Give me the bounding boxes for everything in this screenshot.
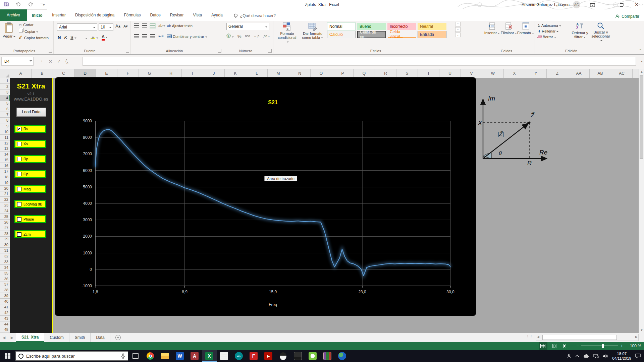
currency-format-icon[interactable]: $ — [226, 34, 234, 39]
format-painter-button[interactable]: Copiar formato — [19, 35, 49, 40]
cell-style-linked[interactable]: Celda vincul... — [387, 31, 416, 38]
row-header-6[interactable]: 6 — [0, 106, 10, 112]
merge-center-button[interactable]: Combinar y centrar — [167, 35, 207, 39]
row-header-1[interactable]: 1 — [0, 78, 10, 84]
select-all-corner[interactable] — [0, 69, 10, 78]
page-layout-view-button[interactable] — [550, 342, 559, 350]
column-header-X[interactable]: X — [504, 69, 525, 78]
ribbon-display-options-icon[interactable] — [585, 0, 600, 9]
row-header-15[interactable]: 15 — [0, 157, 10, 163]
zoom-percentage[interactable]: 100 % — [626, 344, 641, 348]
tab-inicio[interactable]: Inicio — [27, 9, 47, 21]
row-header-24[interactable]: 24 — [0, 208, 10, 214]
column-header-V[interactable]: V — [461, 69, 482, 78]
user-name[interactable]: Arsenio Gutierrez Labayen — [522, 2, 570, 7]
taskbar-icon-chrome[interactable] — [143, 350, 158, 362]
zoom-out-icon[interactable]: − — [576, 343, 579, 349]
font-color-button[interactable]: A — [102, 34, 108, 41]
tab-vista[interactable]: Vista — [189, 9, 207, 21]
row-header-41[interactable]: 41 — [0, 304, 10, 310]
column-header-R[interactable]: R — [375, 69, 396, 78]
column-header-A[interactable]: A — [10, 69, 32, 78]
autosum-button[interactable]: Σ Autosuma — [538, 23, 561, 28]
page-break-view-button[interactable] — [561, 342, 570, 350]
name-box[interactable]: D4 — [1, 57, 34, 66]
row-header-32[interactable]: 32 — [0, 253, 10, 259]
column-header-Q[interactable]: Q — [354, 69, 375, 78]
row-header-8[interactable]: 8 — [0, 118, 10, 123]
sheet-nav-left-arrow[interactable]: ◀ — [0, 333, 8, 342]
row-header-43[interactable]: 43 — [0, 316, 10, 321]
unchecked-box-icon[interactable] — [17, 142, 21, 146]
tab-ayuda[interactable]: Ayuda — [207, 9, 227, 21]
zoom-slider-thumb[interactable] — [602, 344, 604, 348]
checkbox-logmag-db[interactable]: LogMag dB — [14, 200, 46, 208]
column-header-W[interactable]: W — [482, 69, 504, 78]
cell-style-check[interactable]: Celda de co... — [357, 31, 386, 38]
row-header-33[interactable]: 33 — [0, 259, 10, 265]
vertical-scrollbar[interactable]: ▲ ▼ — [639, 69, 644, 333]
align-bottom-icon[interactable] — [150, 23, 155, 28]
row-header-38[interactable]: 38 — [0, 287, 10, 293]
row-header-5[interactable]: 5 — [0, 101, 10, 107]
tab-archivo[interactable]: Archivo — [0, 9, 27, 21]
normal-view-button[interactable] — [539, 342, 547, 350]
row-header-45[interactable]: 45 — [0, 327, 10, 333]
column-header-M[interactable]: M — [268, 69, 289, 78]
row-header-25[interactable]: 25 — [0, 214, 10, 220]
row-header-21[interactable]: 21 — [0, 191, 10, 197]
column-header-F[interactable]: F — [117, 69, 139, 78]
onedrive-cloud-icon[interactable] — [583, 354, 589, 358]
column-header-AA[interactable]: AA — [568, 69, 590, 78]
cell-style-good[interactable]: Bueno — [357, 23, 386, 30]
row-header-9[interactable]: 9 — [0, 123, 10, 129]
checkbox-zcm[interactable]: Zcm — [14, 230, 46, 238]
user-avatar[interactable]: AG — [573, 1, 580, 8]
column-header-AB[interactable]: AB — [590, 69, 611, 78]
row-header-13[interactable]: 13 — [0, 146, 10, 152]
checkbox-xs[interactable]: Xs — [14, 140, 46, 148]
unchecked-box-icon[interactable] — [17, 172, 21, 176]
hscroll-left-arrow[interactable]: ◀ — [537, 335, 539, 339]
row-header-37[interactable]: 37 — [0, 282, 10, 288]
tab-disposici-n-de-p-gina[interactable]: Disposición de página — [70, 9, 119, 21]
microphone-icon[interactable] — [121, 353, 125, 359]
underline-button[interactable]: S — [70, 35, 76, 40]
comma-format-icon[interactable]: 000 — [245, 35, 250, 38]
align-center-icon[interactable] — [142, 34, 147, 39]
taskbar-icon-globe[interactable] — [335, 350, 350, 362]
format-as-table-button[interactable]: Dar formato como tabla — [302, 22, 324, 40]
column-header-K[interactable]: K — [225, 69, 246, 78]
taskbar-icon-word[interactable]: W — [172, 350, 187, 362]
formula-input[interactable] — [83, 57, 636, 66]
sheet-tab-s21_xtra[interactable]: S21_Xtra — [16, 333, 44, 342]
load-data-button[interactable]: Load Data — [16, 108, 46, 117]
unchecked-box-icon[interactable] — [17, 232, 21, 237]
column-header-H[interactable]: H — [160, 69, 182, 78]
increase-decimal-icon[interactable]: ←,0 — [254, 35, 260, 38]
unchecked-box-icon[interactable] — [17, 157, 21, 161]
row-header-20[interactable]: 20 — [0, 186, 10, 191]
new-sheet-button[interactable]: + — [114, 333, 122, 342]
row-header-10[interactable]: 10 — [0, 129, 10, 135]
horizontal-scroll-thumb[interactable] — [542, 335, 617, 340]
taskbar-icon-explorer[interactable] — [158, 350, 172, 362]
grow-font-button[interactable]: A▴ — [115, 23, 120, 28]
fill-color-button[interactable] — [91, 35, 98, 40]
column-header-O[interactable]: O — [311, 69, 332, 78]
row-header-44[interactable]: 44 — [0, 321, 10, 327]
conditional-formatting-button[interactable]: ≠ Formato condicional — [277, 22, 298, 44]
show-hidden-icons-chevron[interactable] — [575, 355, 579, 357]
paste-button[interactable]: Pegar — [1, 22, 17, 38]
unchecked-box-icon[interactable] — [17, 217, 21, 222]
decrease-indent-icon[interactable]: ⇤≡ — [158, 34, 164, 39]
column-header-U[interactable]: U — [439, 69, 461, 78]
taskbar-icon-arduino[interactable]: ∞ — [231, 350, 246, 362]
sheet-tab-data[interactable]: Data — [91, 333, 110, 342]
font-size-select[interactable]: 10 — [99, 23, 113, 31]
network-icon[interactable] — [593, 354, 599, 358]
taskbar-icon-panel[interactable] — [290, 350, 305, 362]
tab-revisar[interactable]: Revisar — [165, 9, 189, 21]
wrap-text-button[interactable]: ab Ajustar texto — [167, 24, 193, 28]
sheet-tab-custom[interactable]: Custom — [44, 333, 69, 342]
